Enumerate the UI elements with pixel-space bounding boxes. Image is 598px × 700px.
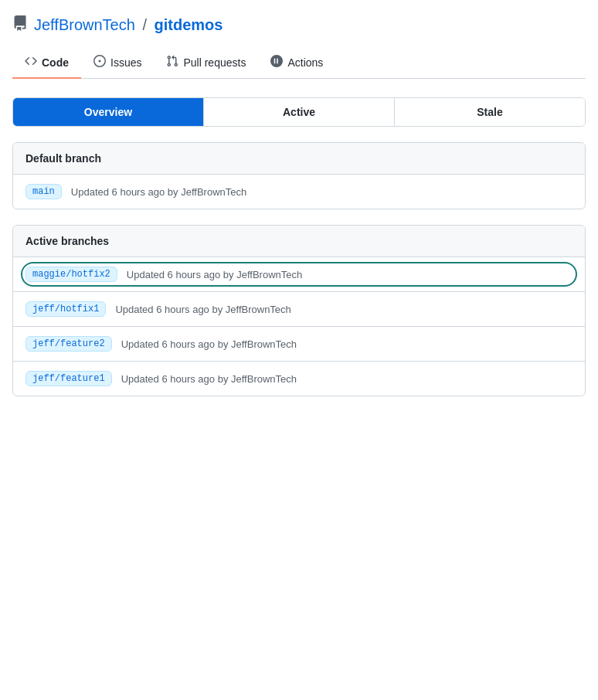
branch-row-jeff-hotfix1: jeff/hotfix1 Updated 6 hours ago by Jeff… <box>13 292 585 327</box>
branch-tag-jeff-hotfix1[interactable]: jeff/hotfix1 <box>25 301 106 317</box>
tab-issues[interactable]: Issues <box>81 47 154 79</box>
branch-row-jeff-feature1: jeff/feature1 Updated 6 hours ago by Jef… <box>13 362 585 396</box>
repo-header: JeffBrownTech / gitdemos <box>12 15 586 35</box>
default-branch-section: Default branch main Updated 6 hours ago … <box>12 142 586 209</box>
branch-tag-jeff-feature2[interactable]: jeff/feature2 <box>25 336 112 352</box>
tab-pull-requests[interactable]: Pull requests <box>154 47 258 79</box>
repo-icon <box>12 15 28 35</box>
actions-icon <box>270 55 283 70</box>
branch-row-maggie-hotfix2: maggie/hotfix2 Updated 6 hours ago by Je… <box>13 257 585 292</box>
tab-actions[interactable]: Actions <box>258 47 335 79</box>
branch-meta-maggie-hotfix2: Updated 6 hours ago by JeffBrownTech <box>127 269 302 280</box>
branch-tag-maggie-hotfix2[interactable]: maggie/hotfix2 <box>25 267 117 282</box>
branch-row-main: main Updated 6 hours ago by JeffBrownTec… <box>13 175 585 209</box>
tab-stale[interactable]: Stale <box>395 98 585 126</box>
branch-tag-main[interactable]: main <box>25 184 62 199</box>
branch-meta-jeff-feature2: Updated 6 hours ago by JeffBrownTech <box>121 338 297 350</box>
tab-active[interactable]: Active <box>204 98 395 126</box>
active-branches-section: Active branches maggie/hotfix2 Updated 6… <box>12 225 586 396</box>
page-container: JeffBrownTech / gitdemos Code Issues <box>0 0 598 427</box>
code-icon <box>25 55 37 70</box>
active-branches-header: Active branches <box>13 226 585 257</box>
branch-view-tabs: Overview Active Stale <box>12 97 586 127</box>
branch-meta-jeff-hotfix1: Updated 6 hours ago by JeffBrownTech <box>115 304 291 315</box>
branch-row-jeff-feature2: jeff/feature2 Updated 6 hours ago by Jef… <box>13 327 585 362</box>
branch-meta-jeff-feature1: Updated 6 hours ago by JeffBrownTech <box>121 373 297 385</box>
branch-meta-main: Updated 6 hours ago by JeffBrownTech <box>71 186 246 198</box>
nav-tabs: Code Issues Pull requests <box>12 47 586 79</box>
pull-requests-icon <box>166 55 178 70</box>
branch-tag-jeff-feature1[interactable]: jeff/feature1 <box>25 371 112 386</box>
repo-title: JeffBrownTech / gitdemos <box>34 16 223 34</box>
default-branch-header: Default branch <box>13 143 585 175</box>
tab-overview[interactable]: Overview <box>13 98 204 126</box>
tab-code[interactable]: Code <box>12 47 81 79</box>
issues-icon <box>93 55 106 70</box>
